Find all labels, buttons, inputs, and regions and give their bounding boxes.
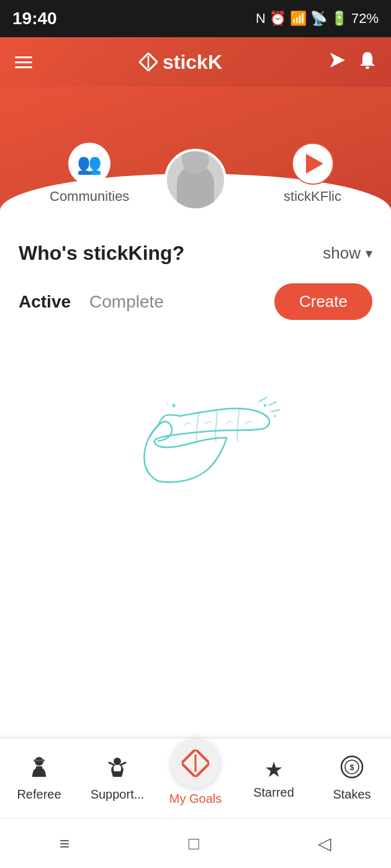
referee-icon <box>27 755 51 784</box>
nav-item-mygoals[interactable]: My Goals <box>156 751 235 806</box>
alarm-icon: ⏰ <box>269 11 286 27</box>
hand-drawing <box>109 370 282 506</box>
tab-active[interactable]: Active <box>19 292 71 312</box>
support-icon <box>106 755 129 784</box>
system-back-icon[interactable]: ◁ <box>318 833 331 854</box>
battery-icon: 🔋 <box>331 11 348 27</box>
signal-icon: 📡 <box>310 11 327 27</box>
mygoals-logo-icon <box>182 750 209 777</box>
communities-emoji: 👥 <box>77 152 102 175</box>
app-logo: stickK <box>139 51 222 74</box>
profile-avatar-container[interactable] <box>164 149 227 211</box>
nfc-icon: N <box>256 11 266 27</box>
chevron-down-icon: ▾ <box>366 246 372 262</box>
svg-point-11 <box>114 758 121 765</box>
referee-label: Referee <box>17 787 61 802</box>
svg-text:$: $ <box>350 763 354 772</box>
stickflic-icon <box>292 143 334 185</box>
system-navigation: ≡ □ ◁ <box>0 818 391 868</box>
tabs-row: Active Complete Create <box>19 283 372 320</box>
nav-item-support[interactable]: Support... <box>78 755 156 802</box>
system-home-icon[interactable]: □ <box>189 834 199 854</box>
battery-level: 72% <box>351 11 379 27</box>
header-actions <box>329 51 376 74</box>
avatar-head <box>182 149 209 174</box>
stakes-label: Stakes <box>333 787 371 802</box>
show-label: show <box>323 244 361 263</box>
starred-label: Starred <box>253 786 294 800</box>
mygoals-circle <box>171 738 220 788</box>
bottom-navigation: Referee Support... My Goals ★ Star <box>0 738 391 818</box>
main-content: Who's stickKing? show ▾ Active Complete … <box>0 223 391 543</box>
who-title: Who's stickKing? <box>19 242 184 265</box>
svg-rect-9 <box>36 766 42 769</box>
svg-point-3 <box>366 66 369 69</box>
svg-point-6 <box>274 415 276 417</box>
tab-complete[interactable]: Complete <box>89 292 164 312</box>
stickflic-label: stickKFlic <box>284 188 341 205</box>
logo-icon <box>139 53 158 71</box>
stakes-icon: $ <box>340 755 364 784</box>
status-bar: 19:40 N ⏰ 📶 📡 🔋 72% <box>0 0 391 37</box>
nav-item-stakes[interactable]: $ Stakes <box>313 755 391 802</box>
svg-point-7 <box>167 403 169 405</box>
play-icon <box>306 154 323 174</box>
tabs-left: Active Complete <box>19 292 164 312</box>
support-label: Support... <box>91 787 145 802</box>
nav-item-starred[interactable]: ★ Starred <box>235 757 313 800</box>
hamburger-menu[interactable] <box>15 56 32 68</box>
communities-item[interactable]: 👥 Communities <box>50 143 129 205</box>
svg-point-4 <box>172 404 176 407</box>
communities-label: Communities <box>50 188 129 205</box>
communities-icon: 👥 <box>68 143 110 185</box>
hero-section: 👥 Communities stickKFlic <box>0 87 391 223</box>
nav-item-referee[interactable]: Referee <box>0 755 78 802</box>
notification-icon[interactable] <box>359 51 376 74</box>
wifi-icon: 📶 <box>290 11 307 27</box>
starred-icon: ★ <box>264 757 283 782</box>
avatar-body <box>177 165 214 208</box>
empty-illustration <box>19 345 372 531</box>
who-sticking-section: Who's stickKing? show ▾ <box>19 242 372 265</box>
status-time: 19:40 <box>12 9 57 29</box>
svg-rect-12 <box>114 771 120 777</box>
avatar <box>164 149 227 211</box>
mygoals-label: My Goals <box>169 792 222 806</box>
header: stickK <box>0 37 391 87</box>
stickflic-item[interactable]: stickKFlic <box>284 143 341 205</box>
create-button[interactable]: Create <box>274 283 372 320</box>
svg-marker-2 <box>330 53 345 68</box>
svg-rect-10 <box>34 760 45 761</box>
system-menu-icon[interactable]: ≡ <box>60 834 70 854</box>
send-icon[interactable] <box>329 51 346 73</box>
status-icons: N ⏰ 📶 📡 🔋 72% <box>256 11 379 27</box>
svg-point-5 <box>264 404 267 407</box>
logo-text: stickK <box>163 51 222 74</box>
show-button[interactable]: show ▾ <box>323 244 372 263</box>
